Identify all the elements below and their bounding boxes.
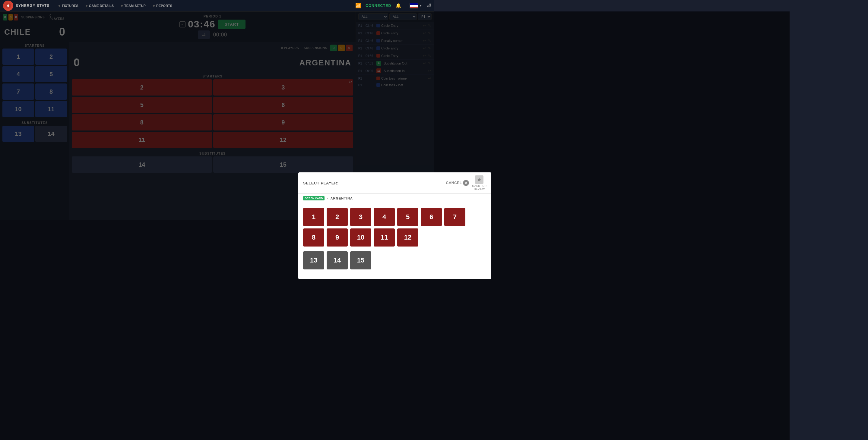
modal-team-name: ARGENTINA: [331, 197, 353, 200]
nav-reports[interactable]: REPORTS: [150, 3, 175, 9]
card-type-label: GREEN CARD: [305, 197, 323, 200]
modal-header: SELECT PLAYER: CANCEL ✕ ★ MARK FORREVIEW: [298, 172, 434, 194]
modal-player-3[interactable]: 3: [350, 208, 371, 220]
nav-dot: [121, 5, 123, 7]
card-type-badge: GREEN CARD: [303, 196, 324, 200]
modal-subtitle: GREEN CARD - ARGENTINA: [298, 194, 434, 203]
modal-player-2[interactable]: 2: [327, 208, 348, 220]
nav-dot: [59, 5, 60, 7]
nav-team-setup-label: TEAM SETUP: [124, 4, 146, 7]
wifi-icon: 📶: [355, 3, 361, 8]
chevron-down-icon: ▼: [419, 4, 422, 7]
nav-dot: [153, 5, 155, 7]
app-logo: [3, 1, 13, 11]
modal-overlay: SELECT PLAYER: CANCEL ✕ ★ MARK FORREVIEW…: [0, 11, 434, 220]
app-title: SYNERGY STATS: [16, 4, 50, 8]
nav-fixtures[interactable]: FIXTURES: [56, 3, 81, 9]
nav-reports-label: REPORTS: [156, 4, 172, 7]
select-player-modal: SELECT PLAYER: CANCEL ✕ ★ MARK FORREVIEW…: [298, 172, 434, 220]
modal-player-5[interactable]: 5: [397, 208, 418, 220]
nav-items: FIXTURES GAME DETAILS TEAM SETUP REPORTS: [56, 3, 355, 9]
top-navigation: SYNERGY STATS FIXTURES GAME DETAILS TEAM…: [0, 0, 434, 11]
country-flag: [409, 3, 418, 8]
logout-icon[interactable]: ⏎: [427, 2, 431, 9]
logo-area: SYNERGY STATS: [3, 1, 50, 11]
connected-label: CONNECTED: [366, 4, 391, 8]
modal-player-grid-red: 1 2 3 4 5 6 7 8 9 10 11 12: [303, 208, 434, 220]
nav-game-details[interactable]: GAME DETAILS: [83, 3, 117, 9]
nav-right: 📶 CONNECTED 🔔 ▼ ⏎: [355, 2, 431, 9]
nav-fixtures-label: FIXTURES: [62, 4, 78, 7]
separator: -: [327, 196, 328, 200]
nav-team-setup[interactable]: TEAM SETUP: [118, 3, 149, 9]
nav-dot: [86, 5, 88, 7]
notification-bell-icon[interactable]: 🔔: [395, 3, 401, 8]
flag-area[interactable]: ▼: [406, 3, 422, 8]
modal-player-1[interactable]: 1: [303, 208, 324, 220]
modal-players-area: 1 2 3 4 5 6 7 8 9 10 11 12 13 14 15: [298, 203, 434, 220]
modal-player-6[interactable]: 6: [421, 208, 434, 220]
modal-title: SELECT PLAYER:: [303, 181, 339, 185]
nav-game-details-label: GAME DETAILS: [89, 4, 114, 7]
modal-player-4[interactable]: 4: [374, 208, 395, 220]
